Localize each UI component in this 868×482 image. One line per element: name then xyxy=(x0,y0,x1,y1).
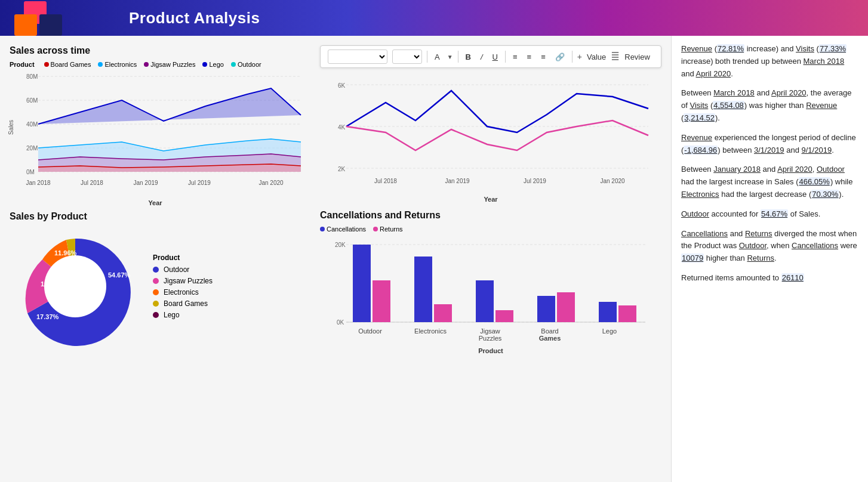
value-label[interactable]: Value xyxy=(587,52,606,61)
insight-april-2020-2: April 2020 xyxy=(771,88,807,97)
svg-text:60M: 60M xyxy=(26,97,38,104)
insights-panel: Revenue (72.81% increase) and Visits (77… xyxy=(671,36,868,482)
svg-text:Jul 2018: Jul 2018 xyxy=(81,180,103,186)
visits-x-label: Year xyxy=(320,196,661,203)
board-cancellations-bar xyxy=(537,296,555,322)
product-legend-title: Product xyxy=(153,254,213,262)
returns-legend-item: Returns xyxy=(373,225,403,233)
divider-3 xyxy=(505,51,506,63)
bar-chart-wrapper: 20K 0K xyxy=(320,236,661,354)
sales-legend: Product Board Games Electronics Jigsaw P… xyxy=(10,61,301,68)
insight-outdoor-3: Outdoor xyxy=(739,241,767,250)
divider-4 xyxy=(572,51,572,63)
svg-text:Jan 2020: Jan 2020 xyxy=(258,180,284,186)
outdoor-legend-label: Outdoor xyxy=(164,265,189,274)
svg-text:Jul 2018: Jul 2018 xyxy=(374,178,397,184)
svg-text:6K: 6K xyxy=(338,82,346,89)
insight-1: Revenue (72.81% increase) and Visits (77… xyxy=(681,43,858,80)
board-games-legend-dot xyxy=(153,301,159,307)
outdoor-cancellations-bar xyxy=(353,245,371,322)
board-games-legend-label: Board Games xyxy=(164,299,208,308)
outdoor-label: Outdoor xyxy=(238,61,261,68)
insight-5: Outdoor accounted for 54.67% of Sales. xyxy=(681,208,858,221)
insight-7: Returned items amounted to 26110 xyxy=(681,272,858,285)
bold-button[interactable]: B xyxy=(463,51,473,63)
insight-70pct: 70.30% xyxy=(811,190,839,199)
align-right-button[interactable]: ≡ xyxy=(538,51,548,63)
svg-text:12.98%: 12.98% xyxy=(41,280,63,288)
font-family-select[interactable] xyxy=(328,50,387,64)
divider-2 xyxy=(458,51,458,63)
svg-text:2K: 2K xyxy=(338,166,346,172)
sales-area-chart: 80M 60M 40M 20M 0M xyxy=(10,70,302,196)
cancellations-label: Cancellations xyxy=(327,225,366,233)
insight-outdoor-1: Outdoor xyxy=(817,165,845,174)
legend-outdoor: Outdoor xyxy=(231,61,261,68)
sales-by-product-title: Sales by Product xyxy=(10,211,301,222)
italic-button[interactable]: / xyxy=(478,51,485,63)
svg-text:Jan 2019: Jan 2019 xyxy=(133,180,158,186)
link-button[interactable]: 🔗 xyxy=(553,51,567,63)
svg-text:Electronics: Electronics xyxy=(414,327,447,335)
insight-6: Cancellations and Returns diverged the m… xyxy=(681,228,858,265)
underline-button[interactable]: U xyxy=(490,51,500,63)
board-returns-bar xyxy=(557,292,575,322)
jigsaw-dot xyxy=(144,62,149,67)
insight-returns-2: Returns xyxy=(747,254,774,262)
insight-electronics-1: Electronics xyxy=(681,190,719,199)
svg-text:Jan 2020: Jan 2020 xyxy=(600,178,625,184)
svg-text:54.67%: 54.67% xyxy=(108,271,131,279)
cancellations-dot xyxy=(320,227,325,231)
svg-text:4K: 4K xyxy=(338,124,346,131)
sales-over-time-section: Sales across time Product Board Games El… xyxy=(10,45,301,206)
legend-electronics-item: Electronics xyxy=(153,288,213,296)
lego-returns-bar xyxy=(618,305,636,322)
insight-march-2018-2: March 2018 xyxy=(713,88,755,97)
electronics-returns-bar xyxy=(434,304,452,322)
insight-77pct: 77.33% xyxy=(819,44,847,53)
insight-5467pct: 54.67% xyxy=(761,209,788,218)
svg-text:Lego: Lego xyxy=(602,327,617,335)
lego-legend-dot xyxy=(153,312,159,318)
text-toolbar: A ▼ B / U ≡ ≡ ≡ 🔗 + Value ≣ Review xyxy=(320,45,661,68)
svg-text:Puzzles: Puzzles xyxy=(479,335,502,342)
font-size-select[interactable] xyxy=(392,50,422,64)
bar-x-label: Product xyxy=(320,347,661,354)
align-center-button[interactable]: ≡ xyxy=(525,51,534,63)
legend-outdoor-item: Outdoor xyxy=(153,265,213,274)
outdoor-returns-bar xyxy=(373,280,390,322)
insight-visits-1: Visits xyxy=(796,44,814,53)
cancellations-section: Cancellations and Returns Cancellations … xyxy=(320,210,661,354)
insight-april-2020-1: April 2020 xyxy=(696,69,731,78)
insight-3: Revenue experienced the longest period o… xyxy=(681,132,858,157)
svg-text:0M: 0M xyxy=(26,169,35,175)
legend-lego: Lego xyxy=(202,61,223,68)
insight-visits-2: Visits xyxy=(690,101,708,110)
insight-26110: 26110 xyxy=(781,273,804,282)
visits-revenue-chart: 6K 4K 2K Jul 2018 Jan 2019 Jul 2019 Jan … xyxy=(320,73,654,192)
review-label[interactable]: Review xyxy=(624,52,650,61)
review-icon: ≣ xyxy=(611,50,620,63)
add-icon: + xyxy=(577,52,582,61)
svg-text:Jigsaw: Jigsaw xyxy=(480,327,500,335)
sales-over-time-title: Sales across time xyxy=(10,45,301,56)
sales-chart-wrapper: Sales 80M 60M 40M 20M 0M xyxy=(10,70,301,206)
insight-2: Between March 2018 and April 2020, the a… xyxy=(681,87,858,124)
outdoor-legend-dot xyxy=(153,267,159,273)
insight-outdoor-2: Outdoor xyxy=(681,209,709,218)
y-axis-label: Sales xyxy=(8,120,14,135)
electronics-dot xyxy=(98,62,103,67)
visits-revenue-chart-wrapper: 6K 4K 2K Jul 2018 Jan 2019 Jul 2019 Jan … xyxy=(320,73,661,203)
color-chevron: ▼ xyxy=(447,54,453,60)
insight-march-2018: March 2018 xyxy=(804,57,845,66)
board-games-label: Board Games xyxy=(51,61,91,68)
insight-revenue-1: Revenue xyxy=(681,44,712,53)
insight-10079: 10079 xyxy=(681,254,704,262)
insight-4: Between January 2018 and April 2020, Out… xyxy=(681,163,858,200)
font-color-button[interactable]: A xyxy=(432,51,442,63)
electronics-legend-dot xyxy=(153,289,159,295)
svg-text:Games: Games xyxy=(539,335,561,342)
legend-board-games-item: Board Games xyxy=(153,299,213,308)
svg-text:Jul 2019: Jul 2019 xyxy=(188,180,211,186)
align-left-button[interactable]: ≡ xyxy=(510,51,520,63)
